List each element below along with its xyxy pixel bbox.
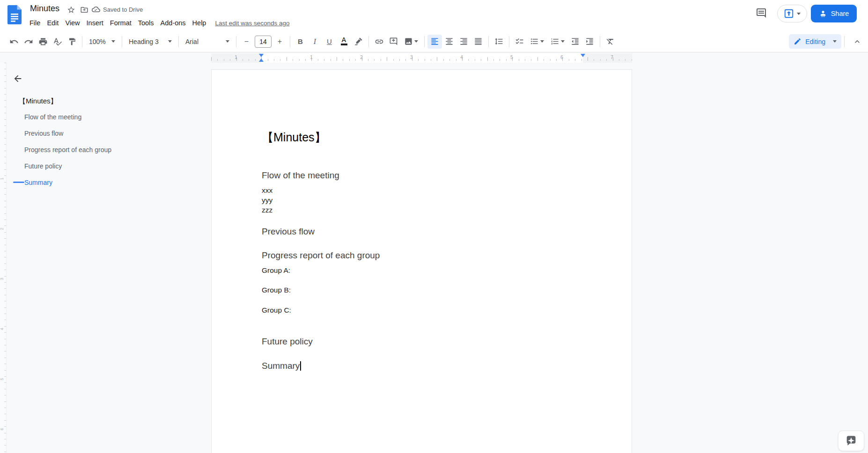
outline-item-minutes[interactable]: 【Minutes】 <box>19 95 58 107</box>
ruler-number: 2 <box>357 55 366 60</box>
increase-indent-button[interactable] <box>582 35 597 49</box>
underline-button[interactable]: U <box>322 35 337 49</box>
move-folder-button[interactable] <box>79 4 90 15</box>
spell-check-button[interactable] <box>50 35 65 49</box>
checklist-button[interactable] <box>512 35 527 49</box>
outline-item-future-policy[interactable]: Future policy <box>24 161 62 172</box>
justify-button[interactable] <box>471 35 485 49</box>
left-indent-marker[interactable] <box>259 54 264 57</box>
zoom-value: 100% <box>89 38 106 45</box>
align-center-button[interactable] <box>442 35 456 49</box>
first-line-indent-marker[interactable] <box>259 58 264 62</box>
doc-paragraph[interactable]: xxx <box>262 186 272 195</box>
close-outline-button[interactable] <box>10 71 25 86</box>
doc-heading[interactable]: Summary <box>262 361 301 371</box>
insert-link-button[interactable] <box>372 35 386 49</box>
menu-help[interactable]: Help <box>189 18 210 28</box>
numbered-list-icon <box>551 37 559 46</box>
doc-title-line[interactable]: 【Minutes】 <box>262 130 326 145</box>
font-family-value: Arial <box>185 38 199 45</box>
editor-canvas: 1 1 2 3 4 5 6 7 1 2 3 4 5 6 【Minutes】 Fl… <box>0 52 868 453</box>
toolbar-divider <box>844 36 845 47</box>
link-icon <box>375 37 384 46</box>
text-cursor <box>300 361 301 371</box>
doc-heading[interactable]: Flow of the meeting <box>262 170 339 181</box>
outline-item-flow-of-the-meeting[interactable]: Flow of the meeting <box>24 111 81 123</box>
outline-item-previous-flow[interactable]: Previous flow <box>24 128 63 139</box>
menu-addons[interactable]: Add-ons <box>157 18 189 28</box>
paint-format-button[interactable] <box>65 35 79 49</box>
align-center-icon <box>445 37 454 46</box>
doc-heading[interactable]: Future policy <box>262 336 313 347</box>
print-button[interactable] <box>36 35 50 49</box>
doc-heading[interactable]: Previous flow <box>262 226 315 237</box>
explore-star-icon <box>845 434 858 447</box>
insert-image-button[interactable] <box>401 35 421 49</box>
document-title[interactable]: Minutes <box>30 4 59 14</box>
toolbar-divider <box>424 36 425 47</box>
cloud-check-icon <box>92 5 100 14</box>
clear-formatting-button[interactable] <box>603 35 618 49</box>
menu-file[interactable]: File <box>26 18 44 28</box>
pencil-edit-icon <box>794 37 802 45</box>
share-button[interactable]: Share <box>811 5 857 22</box>
outline-item-summary[interactable]: Summary <box>24 177 52 188</box>
redo-button[interactable] <box>21 35 36 49</box>
doc-paragraph[interactable]: Group A: <box>262 266 290 275</box>
zoom-select[interactable]: 100% <box>85 35 119 49</box>
explore-button[interactable] <box>838 431 864 451</box>
docs-logo-icon[interactable] <box>7 5 22 24</box>
menu-format[interactable]: Format <box>107 18 135 28</box>
highlighter-icon <box>354 37 363 46</box>
italic-button[interactable]: I <box>308 35 322 49</box>
increase-font-size-button[interactable]: + <box>272 35 287 49</box>
saved-status[interactable]: Saved to Drive <box>92 5 143 14</box>
bold-button[interactable]: B <box>293 35 308 49</box>
open-comment-history-button[interactable] <box>752 4 771 22</box>
toolbar-divider <box>290 36 290 47</box>
menu-tools[interactable]: Tools <box>135 18 157 28</box>
style-caret-icon <box>168 40 172 43</box>
line-spacing-button[interactable] <box>492 35 506 49</box>
doc-heading[interactable]: Progress report of each group <box>262 250 380 261</box>
last-edit-link[interactable]: Last edit was seconds ago <box>215 20 289 27</box>
mode-select[interactable]: Editing <box>789 34 841 49</box>
align-left-icon <box>430 37 439 46</box>
add-comment-button[interactable] <box>386 35 401 49</box>
paint-format-icon <box>68 37 76 46</box>
align-left-button[interactable] <box>427 35 442 49</box>
present-button[interactable] <box>777 5 807 22</box>
toolbar: 100% Heading 3 Arial − 14 + B I U A <box>0 31 868 52</box>
decrease-indent-button[interactable] <box>568 35 582 49</box>
menu-view[interactable]: View <box>62 18 83 28</box>
doc-paragraph[interactable]: yyy <box>262 196 272 205</box>
text-color-button[interactable]: A <box>337 35 351 49</box>
undo-button[interactable] <box>7 35 21 49</box>
hide-menus-button[interactable] <box>850 35 864 49</box>
document-page[interactable]: 【Minutes】 Flow of the meeting xxx yyy zz… <box>211 69 632 453</box>
doc-paragraph[interactable]: Group B: <box>262 286 291 294</box>
toolbar-divider <box>509 36 509 47</box>
numbered-list-button[interactable] <box>547 35 568 49</box>
right-indent-marker[interactable] <box>581 54 585 57</box>
outline-item-progress-report[interactable]: Progress report of each group <box>24 144 111 155</box>
font-size-input[interactable]: 14 <box>255 36 272 48</box>
present-up-arrow-icon <box>784 8 794 19</box>
menu-edit[interactable]: Edit <box>44 18 62 28</box>
bulleted-list-button[interactable] <box>527 35 547 49</box>
paragraph-style-value: Heading 3 <box>129 38 159 45</box>
app-header: Minutes Saved to Drive File Edit View In… <box>0 0 868 31</box>
align-right-button[interactable] <box>456 35 471 49</box>
vertical-ruler-ticks <box>4 63 6 453</box>
star-button[interactable] <box>66 4 77 15</box>
menu-insert[interactable]: Insert <box>83 18 107 28</box>
doc-paragraph[interactable]: zzz <box>262 206 272 214</box>
doc-paragraph[interactable]: Group C: <box>262 306 291 314</box>
font-family-select[interactable]: Arial <box>182 35 233 49</box>
decrease-font-size-button[interactable]: − <box>239 35 254 49</box>
image-caret-icon <box>414 40 418 43</box>
paragraph-style-select[interactable]: Heading 3 <box>125 35 176 49</box>
saved-status-label: Saved to Drive <box>103 6 143 13</box>
highlight-color-button[interactable] <box>351 35 366 49</box>
ruler-number: 5 <box>507 55 516 60</box>
